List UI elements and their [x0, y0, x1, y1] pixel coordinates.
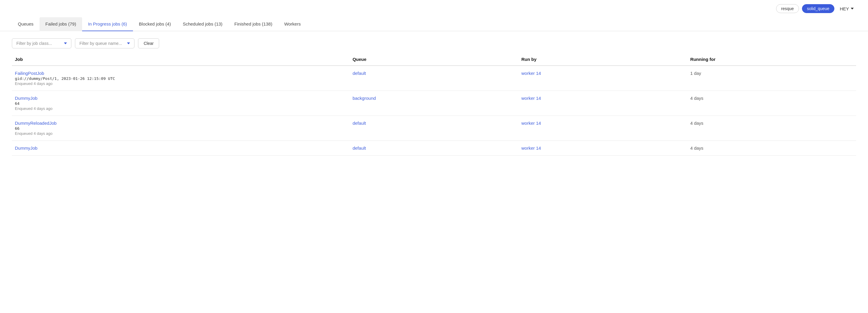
- clear-button[interactable]: Clear: [138, 38, 159, 48]
- top-bar: resque solid_queue HEY: [0, 0, 868, 17]
- job-name-link[interactable]: DummyJob: [15, 96, 346, 101]
- job-gid: gid://dummy/Post/1, 2023-01-26 12:15:09 …: [15, 76, 115, 81]
- jobs-table: Job Queue Run by Running for FailingPost…: [12, 53, 856, 155]
- run-by-cell: worker 14: [519, 91, 687, 116]
- queue-cell: default: [349, 116, 519, 141]
- tab-failed-jobs[interactable]: Failed jobs (79): [39, 17, 82, 31]
- column-header-running-for: Running for: [687, 53, 856, 66]
- column-header-run-by: Run by: [519, 53, 687, 66]
- worker-link[interactable]: worker 14: [522, 71, 541, 76]
- queue-link[interactable]: background: [352, 96, 376, 101]
- queue-link[interactable]: default: [352, 120, 366, 126]
- running-for-cell: 4 days: [687, 116, 856, 141]
- queue-cell: background: [349, 91, 519, 116]
- job-enqueued: Enqueued 4 days ago: [15, 106, 346, 111]
- filter-job-class-label: Filter by job class...: [17, 41, 52, 46]
- queue-cell: default: [349, 141, 519, 155]
- table-row: DummyReloadedJob66Enqueued 4 days agodef…: [12, 116, 856, 141]
- filter-bar: Filter by job class... Filter by queue n…: [0, 31, 868, 53]
- table-container: Job Queue Run by Running for FailingPost…: [0, 53, 868, 155]
- tab-scheduled-jobs[interactable]: Scheduled jobs (13): [177, 17, 228, 31]
- table-row: DummyJobdefaultworker 144 days: [12, 141, 856, 155]
- job-name-link[interactable]: DummyJob: [15, 145, 346, 150]
- job-gid: 64: [15, 101, 20, 106]
- running-for-cell: 4 days: [687, 141, 856, 155]
- tab-finished-jobs[interactable]: Finished jobs (138): [228, 17, 278, 31]
- table-row: FailingPostJobgid://dummy/Post/1, 2023-0…: [12, 66, 856, 91]
- adapter-resque[interactable]: resque: [776, 4, 799, 13]
- chevron-down-icon: [851, 8, 854, 9]
- table-row: DummyJob64Enqueued 4 days agobackgroundw…: [12, 91, 856, 116]
- job-enqueued: Enqueued 4 days ago: [15, 81, 346, 86]
- job-cell: FailingPostJobgid://dummy/Post/1, 2023-0…: [12, 66, 349, 91]
- job-cell: DummyJob64Enqueued 4 days ago: [12, 91, 349, 116]
- running-for-cell: 1 day: [687, 66, 856, 91]
- filter-queue-name-label: Filter by queue name...: [80, 41, 122, 46]
- running-for-cell: 4 days: [687, 91, 856, 116]
- tab-blocked-jobs[interactable]: Blocked jobs (4): [133, 17, 177, 31]
- job-enqueued: Enqueued 4 days ago: [15, 131, 346, 136]
- queue-cell: default: [349, 66, 519, 91]
- run-by-cell: worker 14: [519, 116, 687, 141]
- filter-job-class-dropdown[interactable]: Filter by job class...: [12, 38, 71, 48]
- job-cell: DummyReloadedJob66Enqueued 4 days ago: [12, 116, 349, 141]
- run-by-cell: worker 14: [519, 66, 687, 91]
- worker-link[interactable]: worker 14: [522, 96, 541, 101]
- column-header-queue: Queue: [349, 53, 519, 66]
- run-by-cell: worker 14: [519, 141, 687, 155]
- queue-link[interactable]: default: [352, 145, 366, 150]
- chevron-down-blue-icon: [64, 42, 67, 44]
- tab-in-progress-jobs[interactable]: In Progress jobs (6): [82, 17, 133, 31]
- job-name-link[interactable]: FailingPostJob: [15, 71, 346, 76]
- chevron-down-blue-icon-2: [127, 42, 130, 44]
- job-gid: 66: [15, 126, 20, 131]
- tab-queues[interactable]: Queues: [12, 17, 39, 31]
- user-label: HEY: [840, 6, 849, 11]
- tab-bar: Queues Failed jobs (79) In Progress jobs…: [0, 17, 868, 31]
- column-header-job: Job: [12, 53, 349, 66]
- worker-link[interactable]: worker 14: [522, 145, 541, 150]
- job-cell: DummyJob: [12, 141, 349, 155]
- filter-queue-name-dropdown[interactable]: Filter by queue name...: [75, 38, 134, 48]
- queue-link[interactable]: default: [352, 71, 366, 76]
- job-name-link[interactable]: DummyReloadedJob: [15, 120, 346, 126]
- adapter-solid-queue[interactable]: solid_queue: [802, 4, 835, 13]
- tab-workers[interactable]: Workers: [278, 17, 307, 31]
- table-header-row: Job Queue Run by Running for: [12, 53, 856, 66]
- worker-link[interactable]: worker 14: [522, 120, 541, 126]
- user-menu-button[interactable]: HEY: [837, 5, 856, 12]
